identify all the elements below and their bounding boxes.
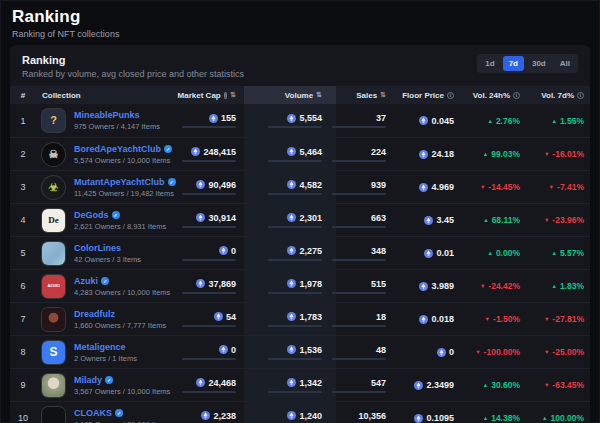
collection-avatar: [42, 308, 65, 331]
vol-24h-cell: ▼ -100.00%: [462, 336, 528, 368]
market-cap-bar: [182, 259, 236, 261]
market-cap-value: 0: [231, 246, 236, 256]
change-arrow-icon: ▼: [480, 184, 485, 190]
collection-link[interactable]: DeGods ✓: [74, 210, 166, 220]
verified-badge: ✓: [112, 211, 120, 219]
sort-icon: ⇅: [380, 91, 386, 99]
vol-7d-value: -23.96%: [552, 215, 584, 225]
page-title: Ranking: [12, 7, 588, 27]
change-arrow-icon: ▲: [551, 250, 556, 256]
range-button-1d[interactable]: 1d: [479, 56, 500, 71]
table-row[interactable]: 7 Dreadfulz ✓ 1,660 Owners / 7,777 Items…: [10, 302, 590, 335]
rank-cell: 9: [10, 369, 36, 401]
owners-items-text: 11,425 Owners / 19,482 Items: [74, 189, 176, 198]
table-row[interactable]: 3 ☣ MutantApeYachtClub ✓ 11,425 Owners /…: [10, 170, 590, 203]
table-row[interactable]: 10 CLOAKS ✓ 4,105 Owners / 20,000 Items …: [10, 401, 590, 423]
avatar-glyph: De: [48, 216, 59, 225]
eth-icon: [419, 183, 428, 192]
eth-icon: [287, 180, 296, 189]
collection-link[interactable]: MutantApeYachtClub ✓: [74, 177, 176, 187]
collection-link[interactable]: CLOAKS ✓: [74, 408, 170, 418]
floor-price-value: 0.045: [431, 116, 454, 126]
page-subtitle: Ranking of NFT collections: [12, 29, 588, 39]
collection-avatar: [42, 407, 65, 423]
sales-value: 939: [371, 180, 386, 190]
table-row[interactable]: 6 AZUKI Azuki ✓ 4,283 Owners / 10,000 It…: [10, 269, 590, 302]
volume-value: 5,464: [299, 147, 322, 157]
vol-7d-cell: ▼ -23.96%: [528, 204, 590, 236]
eth-icon: [209, 114, 218, 123]
eth-icon: [424, 249, 433, 258]
volume-bar: [268, 193, 322, 195]
change-arrow-icon: ▼: [544, 151, 549, 157]
table-row[interactable]: 2 ☠ BoredApeYachtClub ✓ 5,574 Owners / 1…: [10, 137, 590, 170]
volume-value: 1,342: [299, 378, 322, 388]
market-cap-cell: 37,869: [184, 270, 244, 302]
eth-icon: [419, 116, 428, 125]
table-row[interactable]: 5 ColorLines ✓ 42 Owners / 3 Items 0: [10, 236, 590, 269]
market-cap-value: 30,914: [208, 213, 236, 223]
table-row[interactable]: 8 S Metaligence ✓ 2 Owners / 1 Items 0: [10, 335, 590, 368]
collection-link[interactable]: Azuki ✓: [74, 276, 170, 286]
collection-link[interactable]: Dreadfulz ✓: [74, 309, 166, 319]
owners-items-text: 2,621 Owners / 8,931 Items: [74, 222, 166, 231]
change-arrow-icon: ▲: [551, 118, 556, 124]
header-vol-7d[interactable]: Vol. 7d% i: [528, 91, 590, 100]
header-volume[interactable]: Volume ⇅: [244, 86, 336, 104]
header-sales[interactable]: Sales ⇅: [336, 91, 396, 100]
header-market-cap[interactable]: Market Cap i ⇅: [184, 91, 244, 100]
floor-price-value: 0.018: [431, 314, 454, 324]
range-button-all[interactable]: All: [554, 56, 576, 71]
ranking-panel: Ranking Ranked by volume, avg closed pri…: [10, 45, 590, 423]
avatar-glyph: ?: [50, 115, 57, 126]
eth-icon: [191, 147, 200, 156]
table-row[interactable]: 1 ? MineablePunks ✓ 975 Owners / 4,147 I…: [10, 104, 590, 137]
collection-avatar: [42, 242, 65, 265]
vol-7d-value: -7.41%: [557, 182, 584, 192]
collection-cell: ☣ MutantApeYachtClub ✓ 11,425 Owners / 1…: [36, 171, 184, 203]
collection-avatar: ?: [42, 109, 65, 132]
range-button-7d[interactable]: 7d: [503, 56, 524, 71]
table-row[interactable]: 4 De DeGods ✓ 2,621 Owners / 8,931 Items…: [10, 203, 590, 236]
volume-value: 2,275: [299, 246, 322, 256]
market-cap-bar: [182, 160, 236, 162]
rank-cell: 4: [10, 204, 36, 236]
collection-link[interactable]: Metaligence ✓: [74, 342, 137, 352]
volume-bar: [268, 292, 322, 294]
range-button-30d[interactable]: 30d: [526, 56, 552, 71]
vol-7d-cell: ▲ 5.57%: [528, 237, 590, 269]
change-arrow-icon: ▼: [544, 217, 549, 223]
change-arrow-icon: ▼: [549, 184, 554, 190]
collection-link[interactable]: ColorLines ✓: [74, 243, 141, 253]
rank-cell: 8: [10, 336, 36, 368]
eth-icon: [196, 213, 205, 222]
sales-bar: [332, 259, 386, 261]
collection-link[interactable]: BoredApeYachtClub ✓: [74, 144, 172, 154]
market-cap-bar: [182, 358, 236, 360]
vol-24h-value: -24.42%: [488, 281, 520, 291]
change-arrow-icon: ▲: [483, 217, 488, 223]
collection-cell: Milady ✓ 3,567 Owners / 10,000 Items: [36, 369, 184, 401]
collection-link[interactable]: Milady ✓: [74, 375, 170, 385]
market-cap-value: 0: [231, 345, 236, 355]
sales-cell: 48: [336, 336, 396, 368]
rank-cell: 10: [10, 402, 36, 423]
eth-icon: [414, 381, 423, 390]
verified-badge: ✓: [164, 145, 172, 153]
sales-cell: 224: [336, 138, 396, 170]
header-vol-24h[interactable]: Vol. 24h% i: [462, 91, 528, 100]
market-cap-bar: [182, 391, 236, 393]
collection-link[interactable]: MineablePunks ✓: [74, 110, 160, 120]
volume-bar: [268, 325, 322, 327]
sales-value: 18: [376, 312, 386, 322]
table-row[interactable]: 9 Milady ✓ 3,567 Owners / 10,000 Items 2…: [10, 368, 590, 401]
vol-24h-value: 99.03%: [491, 149, 520, 159]
vol-7d-cell: ▼ -16.01%: [528, 138, 590, 170]
sales-value: 48: [376, 345, 386, 355]
volume-bar: [268, 160, 322, 162]
table-body: 1 ? MineablePunks ✓ 975 Owners / 4,147 I…: [10, 104, 590, 423]
owners-items-text: 1,660 Owners / 7,777 Items: [74, 321, 166, 330]
vol-24h-value: -14.45%: [488, 182, 520, 192]
header-floor-price[interactable]: Floor Price i: [396, 91, 462, 100]
owners-items-text: 5,574 Owners / 10,000 Items: [74, 156, 172, 165]
